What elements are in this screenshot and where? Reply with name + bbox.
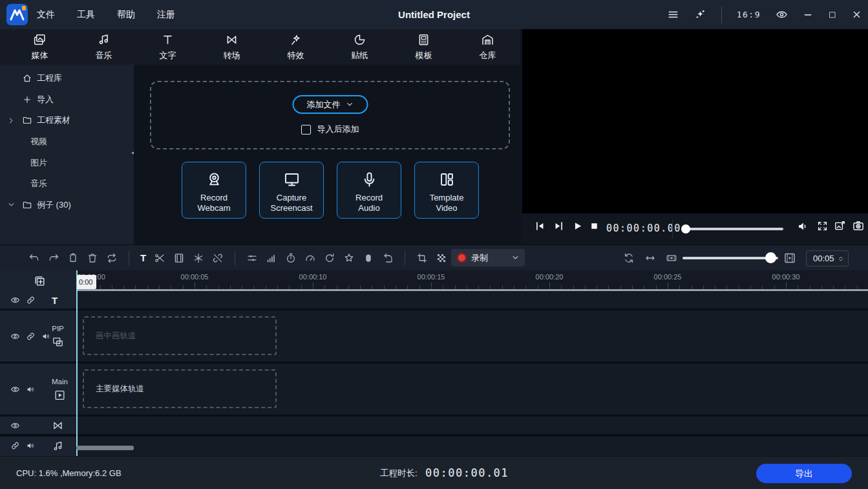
chevron-right-icon[interactable] bbox=[8, 117, 15, 124]
add-file-button[interactable]: 添加文件 bbox=[292, 95, 368, 114]
speaker-icon[interactable] bbox=[26, 441, 36, 451]
spinner-arrows-icon[interactable] bbox=[838, 256, 844, 261]
play-icon[interactable] bbox=[572, 221, 583, 232]
close-button[interactable] bbox=[852, 10, 862, 19]
menu-help[interactable]: 帮助 bbox=[112, 6, 140, 23]
snapshot-icon[interactable] bbox=[852, 219, 865, 232]
export-button[interactable]: 导出 bbox=[756, 464, 852, 483]
text-track[interactable] bbox=[76, 291, 868, 309]
rotate-icon[interactable] bbox=[324, 252, 335, 264]
pip-track[interactable]: 画中画轨道 bbox=[76, 310, 868, 362]
timeline-zoom-slider[interactable] bbox=[683, 257, 778, 259]
detach-audio-icon[interactable] bbox=[212, 252, 224, 264]
menu-file[interactable]: 文件 bbox=[32, 6, 59, 23]
sidebar-item-project-library[interactable]: 工程库 bbox=[0, 68, 134, 89]
adjust-icon[interactable] bbox=[246, 252, 258, 264]
sidebar-item-examples[interactable]: 例子 (30) bbox=[0, 195, 134, 216]
playhead[interactable] bbox=[76, 270, 78, 456]
freeze-frame-icon[interactable] bbox=[193, 252, 204, 264]
default-duration-spinner[interactable]: 00:05 bbox=[806, 250, 849, 266]
skip-start-icon[interactable] bbox=[535, 221, 545, 232]
redo-icon[interactable] bbox=[48, 252, 59, 264]
flip-icon[interactable] bbox=[382, 252, 394, 264]
sidebar-item-image[interactable]: 图片 bbox=[0, 152, 134, 173]
trim-icon[interactable] bbox=[173, 252, 185, 264]
audio-track[interactable] bbox=[76, 437, 868, 456]
link-icon[interactable] bbox=[26, 331, 36, 341]
maximize-button[interactable] bbox=[828, 10, 837, 19]
crop-icon[interactable] bbox=[416, 252, 428, 264]
tab-music[interactable]: 音乐 bbox=[72, 29, 136, 65]
import-after-checkbox[interactable] bbox=[301, 125, 311, 135]
undo-icon[interactable] bbox=[28, 252, 40, 264]
monitor-icon bbox=[283, 171, 301, 188]
tab-templates[interactable]: 模板 bbox=[392, 29, 456, 65]
capture-screencast-button[interactable]: CaptureScreencast bbox=[259, 162, 324, 219]
eye-icon[interactable] bbox=[10, 295, 20, 305]
mosaic-icon[interactable] bbox=[436, 252, 447, 264]
speaker-icon[interactable] bbox=[41, 331, 51, 341]
favorite-icon[interactable] bbox=[343, 252, 355, 264]
eye-icon[interactable] bbox=[10, 420, 20, 430]
record-dropdown[interactable]: 录制 bbox=[451, 249, 525, 266]
sidebar-item-import[interactable]: 导入 bbox=[0, 89, 134, 111]
export-frame-icon[interactable] bbox=[834, 220, 846, 232]
tab-media[interactable]: 媒体 bbox=[8, 29, 72, 65]
eye-icon[interactable] bbox=[10, 384, 20, 394]
add-track-icon[interactable] bbox=[34, 275, 46, 287]
volume-icon[interactable] bbox=[797, 221, 809, 232]
eye-icon[interactable] bbox=[10, 331, 20, 341]
link-icon[interactable] bbox=[10, 441, 20, 451]
seek-slider-thumb[interactable] bbox=[681, 224, 690, 234]
audio-levels-icon[interactable] bbox=[266, 252, 277, 264]
add-text-icon[interactable]: T bbox=[140, 252, 146, 264]
stop-icon[interactable] bbox=[589, 221, 600, 232]
speaker-icon[interactable] bbox=[26, 384, 36, 394]
playhead-label[interactable]: 0:00 bbox=[77, 275, 96, 289]
sidebar-item-video[interactable]: 视频 bbox=[0, 131, 134, 153]
menu-register[interactable]: 注册 bbox=[153, 6, 180, 23]
timeline-zoom-thumb[interactable] bbox=[765, 252, 776, 263]
divider bbox=[235, 251, 235, 265]
split-icon[interactable] bbox=[154, 252, 165, 264]
aspect-ratio-indicator[interactable]: 16:9 bbox=[737, 10, 761, 19]
sidebar-item-project-assets[interactable]: 工程素材 bbox=[0, 110, 134, 131]
tab-effects[interactable]: 特效 bbox=[264, 29, 328, 65]
paste-icon[interactable] bbox=[67, 252, 79, 264]
menu-tools[interactable]: 工具 bbox=[72, 6, 100, 23]
template-video-button[interactable]: TemplateVideo bbox=[414, 162, 479, 219]
hamburger-menu-icon[interactable] bbox=[667, 8, 679, 21]
tab-stickers[interactable]: 贴纸 bbox=[328, 29, 392, 65]
link-icon[interactable] bbox=[26, 295, 36, 305]
horizontal-scrollbar-thumb[interactable] bbox=[76, 446, 134, 450]
clip-preview-icon[interactable] bbox=[783, 252, 796, 265]
tab-text[interactable]: 文字 bbox=[136, 29, 200, 65]
record-audio-button[interactable]: RecordAudio bbox=[337, 162, 401, 219]
main-track[interactable]: 主要媒体轨道 bbox=[76, 364, 868, 415]
fullscreen-icon[interactable] bbox=[816, 220, 829, 232]
tab-transition[interactable]: 转场 bbox=[200, 29, 264, 65]
minimize-button[interactable] bbox=[803, 10, 813, 20]
render-preview-icon[interactable] bbox=[623, 252, 635, 264]
gauge-icon[interactable] bbox=[304, 252, 316, 264]
fit-timeline-icon[interactable] bbox=[644, 252, 656, 264]
tab-warehouse[interactable]: 仓库 bbox=[456, 29, 520, 65]
divider bbox=[721, 6, 722, 23]
preview-eye-icon[interactable] bbox=[776, 8, 788, 21]
speed-icon[interactable] bbox=[285, 252, 297, 264]
replace-icon[interactable] bbox=[106, 252, 118, 264]
skip-end-icon[interactable] bbox=[553, 221, 564, 232]
mask-icon[interactable] bbox=[363, 252, 374, 264]
seek-slider[interactable] bbox=[685, 228, 783, 230]
microphone-icon bbox=[361, 171, 378, 188]
preview-timecode: 00:00:00.00 bbox=[606, 223, 681, 234]
delete-icon[interactable] bbox=[87, 252, 98, 264]
zoom-out-film-icon[interactable] bbox=[666, 252, 677, 264]
video-viewport[interactable] bbox=[522, 29, 868, 213]
record-webcam-button[interactable]: RecordWebcam bbox=[182, 162, 246, 219]
chevron-down-icon[interactable] bbox=[8, 201, 15, 208]
effects-magic-icon[interactable] bbox=[694, 8, 706, 21]
transition-track[interactable] bbox=[76, 417, 868, 434]
sidebar-item-audio[interactable]: 音乐 bbox=[0, 173, 134, 195]
file-dropzone[interactable]: 添加文件 导入后添加 bbox=[150, 81, 510, 149]
